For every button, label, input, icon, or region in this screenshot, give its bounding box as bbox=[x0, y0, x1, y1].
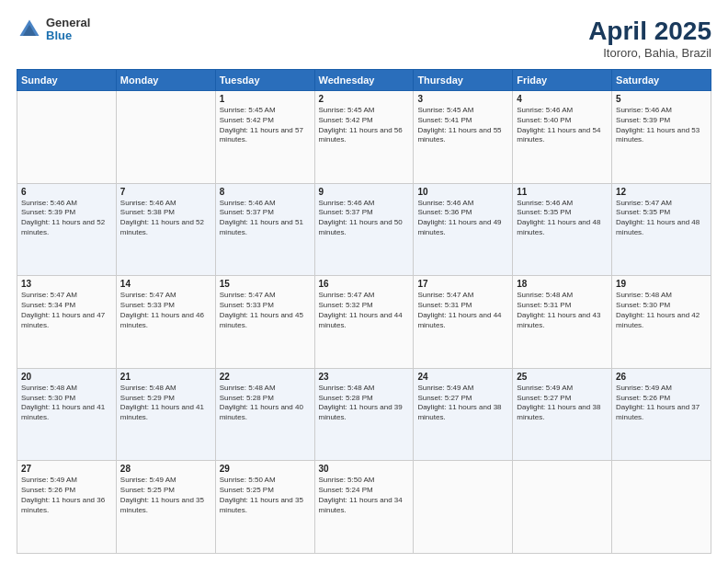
calendar-cell: 20Sunrise: 5:48 AM Sunset: 5:30 PM Dayli… bbox=[17, 368, 117, 461]
day-info: Sunrise: 5:46 AM Sunset: 5:37 PM Dayligh… bbox=[319, 199, 410, 238]
day-info: Sunrise: 5:45 AM Sunset: 5:41 PM Dayligh… bbox=[417, 106, 508, 145]
day-number: 14 bbox=[120, 279, 211, 289]
day-info: Sunrise: 5:49 AM Sunset: 5:26 PM Dayligh… bbox=[616, 384, 707, 423]
calendar-cell: 2Sunrise: 5:45 AM Sunset: 5:42 PM Daylig… bbox=[314, 91, 414, 184]
calendar-cell: 18Sunrise: 5:48 AM Sunset: 5:31 PM Dayli… bbox=[513, 276, 612, 369]
day-info: Sunrise: 5:48 AM Sunset: 5:28 PM Dayligh… bbox=[319, 384, 410, 423]
day-info: Sunrise: 5:46 AM Sunset: 5:40 PM Dayligh… bbox=[517, 106, 608, 145]
day-info: Sunrise: 5:49 AM Sunset: 5:26 PM Dayligh… bbox=[21, 476, 112, 515]
day-number: 28 bbox=[120, 464, 211, 474]
column-header-tuesday: Tuesday bbox=[215, 70, 314, 91]
title-location: Itororo, Bahia, Brazil bbox=[588, 46, 711, 60]
calendar-cell: 29Sunrise: 5:50 AM Sunset: 5:25 PM Dayli… bbox=[215, 461, 314, 554]
column-header-saturday: Saturday bbox=[612, 70, 711, 91]
title-month: April 2025 bbox=[588, 17, 711, 46]
day-number: 21 bbox=[120, 372, 211, 382]
day-number: 13 bbox=[21, 279, 112, 289]
column-header-sunday: Sunday bbox=[17, 70, 117, 91]
day-info: Sunrise: 5:48 AM Sunset: 5:30 PM Dayligh… bbox=[21, 384, 112, 423]
calendar-cell: 3Sunrise: 5:45 AM Sunset: 5:41 PM Daylig… bbox=[414, 91, 513, 184]
day-info: Sunrise: 5:46 AM Sunset: 5:36 PM Dayligh… bbox=[417, 199, 508, 238]
calendar-cell: 15Sunrise: 5:47 AM Sunset: 5:33 PM Dayli… bbox=[215, 276, 314, 369]
calendar-week-2: 6Sunrise: 5:46 AM Sunset: 5:39 PM Daylig… bbox=[17, 183, 711, 276]
calendar-cell bbox=[414, 461, 513, 554]
day-info: Sunrise: 5:45 AM Sunset: 5:42 PM Dayligh… bbox=[220, 106, 311, 145]
day-number: 18 bbox=[517, 279, 608, 289]
day-number: 5 bbox=[616, 94, 707, 104]
day-number: 3 bbox=[417, 94, 508, 104]
day-number: 10 bbox=[417, 187, 508, 197]
calendar-cell: 26Sunrise: 5:49 AM Sunset: 5:26 PM Dayli… bbox=[612, 368, 711, 461]
calendar-cell bbox=[17, 91, 117, 184]
day-number: 26 bbox=[616, 372, 707, 382]
day-info: Sunrise: 5:47 AM Sunset: 5:33 PM Dayligh… bbox=[120, 291, 211, 330]
day-number: 30 bbox=[319, 464, 410, 474]
day-number: 20 bbox=[21, 372, 112, 382]
calendar-cell: 13Sunrise: 5:47 AM Sunset: 5:34 PM Dayli… bbox=[17, 276, 117, 369]
calendar-cell bbox=[513, 461, 612, 554]
day-number: 11 bbox=[517, 187, 608, 197]
day-number: 2 bbox=[319, 94, 410, 104]
day-info: Sunrise: 5:48 AM Sunset: 5:28 PM Dayligh… bbox=[220, 384, 311, 423]
calendar-cell: 12Sunrise: 5:47 AM Sunset: 5:35 PM Dayli… bbox=[612, 183, 711, 276]
day-info: Sunrise: 5:46 AM Sunset: 5:38 PM Dayligh… bbox=[120, 199, 211, 238]
day-number: 16 bbox=[319, 279, 410, 289]
calendar-cell: 5Sunrise: 5:46 AM Sunset: 5:39 PM Daylig… bbox=[612, 91, 711, 184]
logo-text: General Blue bbox=[46, 17, 90, 43]
day-info: Sunrise: 5:47 AM Sunset: 5:33 PM Dayligh… bbox=[220, 291, 311, 330]
day-info: Sunrise: 5:46 AM Sunset: 5:39 PM Dayligh… bbox=[21, 199, 112, 238]
calendar-cell: 19Sunrise: 5:48 AM Sunset: 5:30 PM Dayli… bbox=[612, 276, 711, 369]
day-info: Sunrise: 5:47 AM Sunset: 5:34 PM Dayligh… bbox=[21, 291, 112, 330]
day-info: Sunrise: 5:48 AM Sunset: 5:29 PM Dayligh… bbox=[120, 384, 211, 423]
day-number: 7 bbox=[120, 187, 211, 197]
calendar-cell: 4Sunrise: 5:46 AM Sunset: 5:40 PM Daylig… bbox=[513, 91, 612, 184]
column-header-thursday: Thursday bbox=[414, 70, 513, 91]
day-number: 24 bbox=[417, 372, 508, 382]
calendar-cell: 11Sunrise: 5:46 AM Sunset: 5:35 PM Dayli… bbox=[513, 183, 612, 276]
day-number: 19 bbox=[616, 279, 707, 289]
day-info: Sunrise: 5:50 AM Sunset: 5:25 PM Dayligh… bbox=[220, 476, 311, 515]
calendar-cell: 23Sunrise: 5:48 AM Sunset: 5:28 PM Dayli… bbox=[314, 368, 414, 461]
calendar-cell: 27Sunrise: 5:49 AM Sunset: 5:26 PM Dayli… bbox=[17, 461, 117, 554]
day-number: 9 bbox=[319, 187, 410, 197]
calendar-cell: 14Sunrise: 5:47 AM Sunset: 5:33 PM Dayli… bbox=[116, 276, 215, 369]
day-number: 8 bbox=[220, 187, 311, 197]
calendar-cell: 25Sunrise: 5:49 AM Sunset: 5:27 PM Dayli… bbox=[513, 368, 612, 461]
calendar-cell: 30Sunrise: 5:50 AM Sunset: 5:24 PM Dayli… bbox=[314, 461, 414, 554]
calendar-cell: 1Sunrise: 5:45 AM Sunset: 5:42 PM Daylig… bbox=[215, 91, 314, 184]
day-number: 22 bbox=[220, 372, 311, 382]
day-info: Sunrise: 5:49 AM Sunset: 5:27 PM Dayligh… bbox=[517, 384, 608, 423]
day-number: 15 bbox=[220, 279, 311, 289]
calendar-cell bbox=[116, 91, 215, 184]
day-info: Sunrise: 5:46 AM Sunset: 5:35 PM Dayligh… bbox=[517, 199, 608, 238]
day-number: 27 bbox=[21, 464, 112, 474]
calendar-table: SundayMondayTuesdayWednesdayThursdayFrid… bbox=[17, 69, 711, 554]
calendar-cell: 8Sunrise: 5:46 AM Sunset: 5:37 PM Daylig… bbox=[215, 183, 314, 276]
column-header-friday: Friday bbox=[513, 70, 612, 91]
day-number: 29 bbox=[220, 464, 311, 474]
day-info: Sunrise: 5:48 AM Sunset: 5:31 PM Dayligh… bbox=[517, 291, 608, 330]
calendar-cell bbox=[612, 461, 711, 554]
day-number: 12 bbox=[616, 187, 707, 197]
day-info: Sunrise: 5:46 AM Sunset: 5:37 PM Dayligh… bbox=[220, 199, 311, 238]
calendar-cell: 7Sunrise: 5:46 AM Sunset: 5:38 PM Daylig… bbox=[116, 183, 215, 276]
day-number: 17 bbox=[417, 279, 508, 289]
day-info: Sunrise: 5:49 AM Sunset: 5:27 PM Dayligh… bbox=[417, 384, 508, 423]
calendar-cell: 24Sunrise: 5:49 AM Sunset: 5:27 PM Dayli… bbox=[414, 368, 513, 461]
day-number: 23 bbox=[319, 372, 410, 382]
day-info: Sunrise: 5:47 AM Sunset: 5:32 PM Dayligh… bbox=[319, 291, 410, 330]
day-info: Sunrise: 5:47 AM Sunset: 5:35 PM Dayligh… bbox=[616, 199, 707, 238]
calendar-cell: 22Sunrise: 5:48 AM Sunset: 5:28 PM Dayli… bbox=[215, 368, 314, 461]
calendar-week-3: 13Sunrise: 5:47 AM Sunset: 5:34 PM Dayli… bbox=[17, 276, 711, 369]
calendar-cell: 28Sunrise: 5:49 AM Sunset: 5:25 PM Dayli… bbox=[116, 461, 215, 554]
day-number: 4 bbox=[517, 94, 608, 104]
day-info: Sunrise: 5:46 AM Sunset: 5:39 PM Dayligh… bbox=[616, 106, 707, 145]
page: General Blue April 2025 Itororo, Bahia, … bbox=[0, 0, 728, 563]
day-info: Sunrise: 5:45 AM Sunset: 5:42 PM Dayligh… bbox=[319, 106, 410, 145]
logo-icon bbox=[17, 17, 42, 42]
logo-blue: Blue bbox=[46, 29, 90, 42]
day-info: Sunrise: 5:47 AM Sunset: 5:31 PM Dayligh… bbox=[417, 291, 508, 330]
calendar-cell: 17Sunrise: 5:47 AM Sunset: 5:31 PM Dayli… bbox=[414, 276, 513, 369]
day-info: Sunrise: 5:49 AM Sunset: 5:25 PM Dayligh… bbox=[120, 476, 211, 515]
logo: General Blue bbox=[17, 17, 90, 43]
